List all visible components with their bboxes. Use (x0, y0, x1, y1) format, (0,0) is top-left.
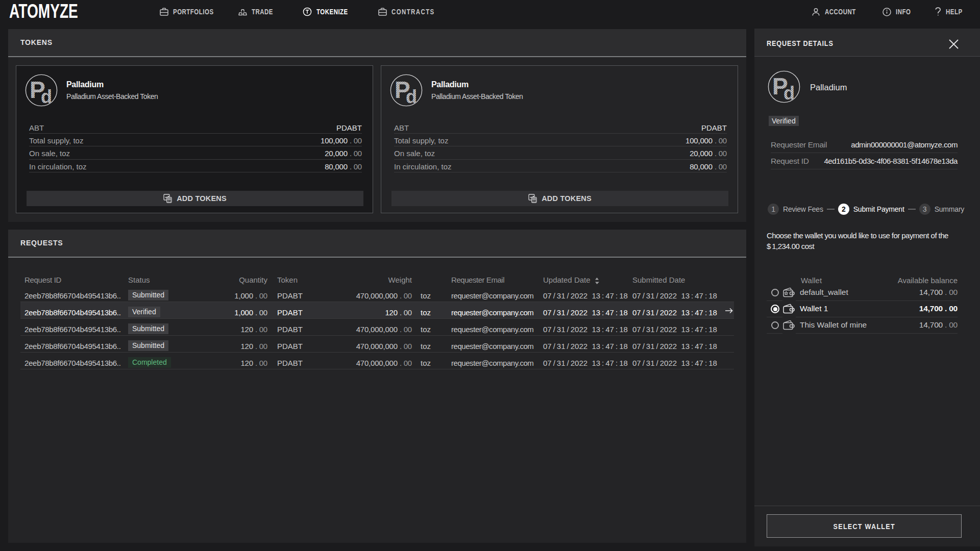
svg-text:d: d (406, 86, 417, 107)
svg-text:d: d (41, 86, 52, 107)
svg-text:d: d (783, 83, 795, 103)
